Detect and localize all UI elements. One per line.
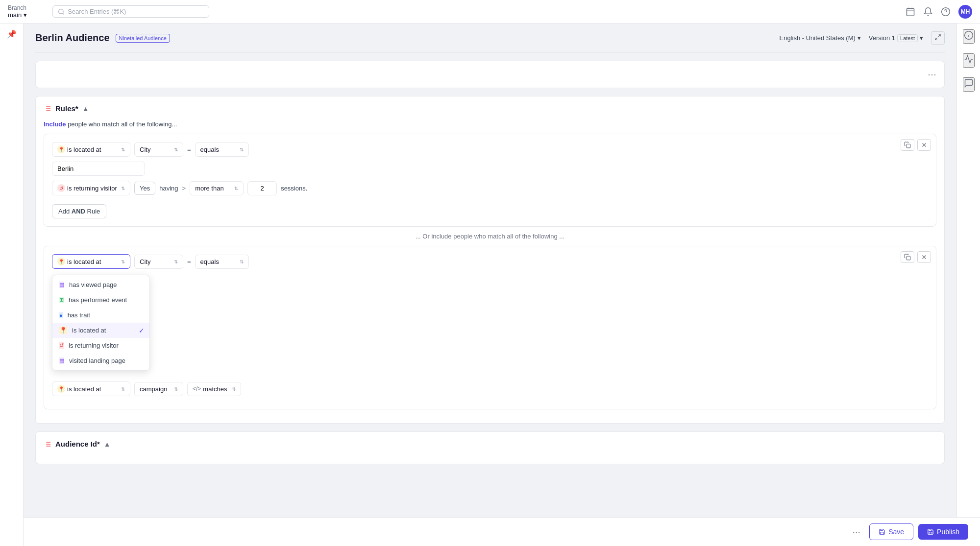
field-chevron-icon: ⇅ <box>174 147 178 152</box>
check-mark-icon: ✓ <box>139 327 145 334</box>
located-at-icon: 📍 <box>59 327 67 334</box>
calendar-icon-btn[interactable] <box>906 7 915 17</box>
audience-title: Audience Id* <box>55 440 100 448</box>
rules-section: Rules* ▲ Include people who match all of… <box>35 96 945 424</box>
language-selector[interactable]: English - United States (M) ▾ <box>779 34 860 42</box>
operator-chevron-icon-2: ⇅ <box>240 259 244 264</box>
delete-group-1-button[interactable] <box>917 139 931 151</box>
bell-icon <box>923 7 933 17</box>
avatar: MH <box>958 5 972 19</box>
more-chevron-icon: ⇅ <box>234 186 238 191</box>
scroll-area: ⋯ Rules* ▲ Include people who match all … <box>35 53 945 503</box>
equals-symbol-2: = <box>187 258 191 265</box>
rule-1-2-condition-select[interactable]: ↺ is returning visitor ⇅ <box>52 181 130 195</box>
svg-point-2 <box>942 7 950 16</box>
lang-chevron-icon: ▾ <box>858 34 861 42</box>
rules-icon <box>44 105 51 113</box>
page-title: Berlin Audience <box>35 32 110 44</box>
audience-chevron-icon[interactable]: ▲ <box>104 440 111 448</box>
audience-section-header: Audience Id* ▲ <box>44 440 936 448</box>
nav-icons: MH <box>906 5 972 19</box>
rules-section-header: Rules* ▲ <box>44 104 936 113</box>
dropdown-item-has-viewed-page[interactable]: ▤ has viewed page <box>52 277 149 292</box>
rule-2-1-condition-select[interactable]: 📍 is located at ⇅ <box>52 254 130 269</box>
landing-page-icon: ▤ <box>59 357 64 364</box>
chat-icon-btn[interactable] <box>963 77 975 92</box>
left-sidebar: 📌 <box>0 24 24 546</box>
or-include-word: Or include <box>422 233 451 240</box>
rule-2-2-operator-select[interactable]: </> matches ⇅ <box>187 382 241 396</box>
latest-badge: Latest <box>897 34 918 42</box>
branch-label: Branch <box>8 4 27 11</box>
search-placeholder: Search Entries (⌘K) <box>68 8 126 15</box>
close-icon <box>921 142 928 148</box>
calendar-icon <box>906 7 915 17</box>
dropdown-label-visited-landing-page: visited landing page <box>69 357 125 364</box>
rule-group-2: 📍 is located at ⇅ City ⇅ = equals ⇅ <box>44 246 936 409</box>
trait-icon: ● <box>59 312 63 318</box>
search-bar[interactable]: Search Entries (⌘K) <box>52 5 209 18</box>
copy-icon <box>904 142 911 148</box>
rule-1-2-more-select[interactable]: more than ⇅ <box>190 181 244 195</box>
chevron-updown-icon: ⇅ <box>121 147 125 152</box>
copy-group-1-button[interactable] <box>901 139 914 151</box>
rule-1-1-value-input[interactable] <box>52 162 145 176</box>
publish-button[interactable]: Publish <box>918 524 968 540</box>
svg-rect-12 <box>906 144 910 148</box>
expand-button[interactable] <box>931 31 945 45</box>
activity-icon-btn[interactable] <box>963 53 975 68</box>
rule-1-2-count-input[interactable] <box>247 181 277 195</box>
field-chevron-icon-3: ⇅ <box>174 386 178 392</box>
rule-group-1: 📍 is located at ⇅ City ⇅ = equals ⇅ <box>44 134 936 227</box>
dropdown-item-visited-landing-page[interactable]: ▤ visited landing page <box>52 353 149 368</box>
bell-icon-btn[interactable] <box>923 7 933 17</box>
dropdown-label-has-performed-event: has performed event <box>69 296 127 304</box>
header-right: English - United States (M) ▾ Version 1 … <box>779 31 945 45</box>
dropdown-item-has-performed-event[interactable]: ⊞ has performed event <box>52 292 149 308</box>
bottom-bar: ··· Save Publish <box>24 517 980 546</box>
field-chevron-icon-2: ⇅ <box>174 259 178 264</box>
rule-1-1-field-select[interactable]: City ⇅ <box>134 142 183 157</box>
returning-visitor-icon: ↺ <box>57 184 65 192</box>
dropdown-item-is-returning-visitor[interactable]: ↺ is returning visitor <box>52 338 149 353</box>
more-options-button[interactable]: ··· <box>852 526 860 538</box>
info-icon-btn[interactable] <box>963 29 975 44</box>
having-label: having <box>159 185 178 192</box>
location-icon-2: 📍 <box>57 258 65 265</box>
save-button[interactable]: Save <box>869 523 913 540</box>
version-selector[interactable]: Version 1 Latest ▾ <box>869 34 923 42</box>
audience-badge: Ninetailed Audience <box>116 34 170 43</box>
rule-group-1-actions <box>901 139 931 151</box>
dropdown-item-is-located-at[interactable]: 📍 is located at ✓ <box>52 323 149 338</box>
dropdown-label-is-returning-visitor: is returning visitor <box>69 342 119 349</box>
main-content: Berlin Audience Ninetailed Audience Engl… <box>24 24 956 546</box>
svg-line-4 <box>938 35 940 37</box>
prev-section-collapse[interactable]: ⋯ <box>928 69 936 80</box>
add-rule-label: Add AND Rule <box>58 208 100 215</box>
performed-event-icon: ⊞ <box>59 297 64 303</box>
svg-point-0 <box>59 9 63 13</box>
chevron-updown-icon-3: ⇅ <box>121 259 125 264</box>
gt-symbol: > <box>182 185 186 192</box>
dropdown-item-has-trait[interactable]: ● has trait <box>52 308 149 323</box>
sessions-label: sessions. <box>281 185 307 192</box>
branch-name[interactable]: main ▾ <box>8 11 27 19</box>
rule-2-1-operator-select[interactable]: equals ⇅ <box>195 255 249 269</box>
help-icon-btn[interactable] <box>941 7 951 17</box>
rule-2-1-field-select[interactable]: City ⇅ <box>134 255 183 269</box>
dropdown-label-has-viewed-page: has viewed page <box>69 281 117 288</box>
rule-1-1-condition-select[interactable]: 📍 is located at ⇅ <box>52 142 130 157</box>
rule-2-2-field-select[interactable]: campaign ⇅ <box>134 382 183 396</box>
chevron-updown-icon-4: ⇅ <box>121 386 125 392</box>
right-sidebar <box>956 24 980 546</box>
yes-badge: Yes <box>134 182 155 195</box>
add-and-rule-button[interactable]: Add AND Rule <box>52 204 106 218</box>
rule-1-1-operator-select[interactable]: equals ⇅ <box>195 142 249 157</box>
version-chevron-icon: ▾ <box>920 34 923 42</box>
help-icon <box>941 7 951 17</box>
svg-line-5 <box>935 38 937 40</box>
pin-icon[interactable]: 📌 <box>7 29 17 39</box>
rules-chevron-icon[interactable]: ▲ <box>82 105 89 113</box>
rule-2-2-condition-select[interactable]: 📍 is located at ⇅ <box>52 381 130 396</box>
operator-chevron-icon-3: ⇅ <box>232 386 236 392</box>
